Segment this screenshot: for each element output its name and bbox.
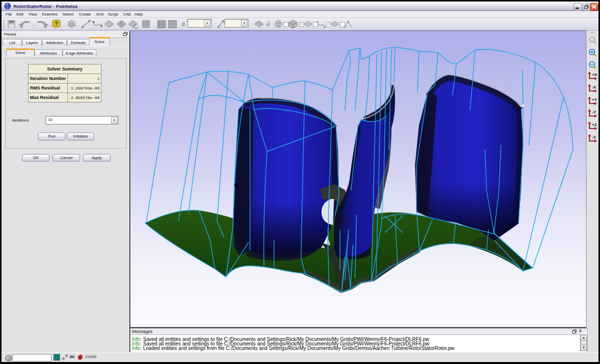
svg-text:#: #: [182, 20, 186, 28]
svg-text:-Y: -Y: [592, 110, 596, 114]
svg-text:+Y: +Y: [592, 98, 598, 102]
svg-text:+Z: +Z: [592, 122, 597, 127]
svg-text:+X: +X: [592, 72, 598, 77]
svg-text:?: ?: [54, 20, 58, 26]
svg-text:-Z: -Z: [592, 135, 596, 140]
svg-text:-X: -X: [592, 85, 596, 90]
